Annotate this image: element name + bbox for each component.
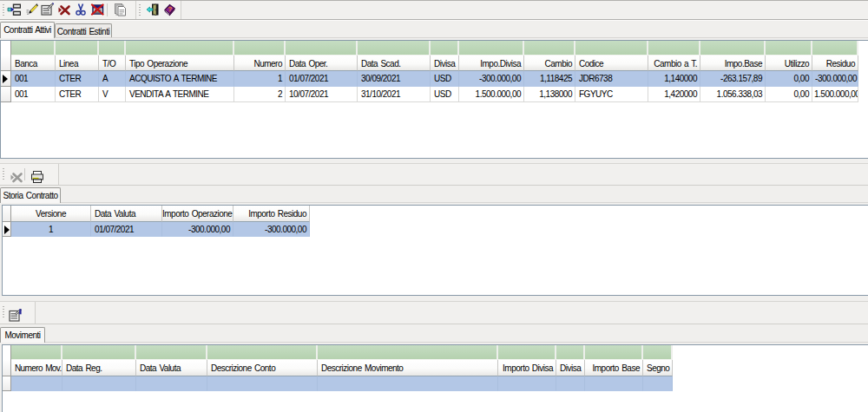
svg-text:?: ?: [168, 5, 173, 13]
